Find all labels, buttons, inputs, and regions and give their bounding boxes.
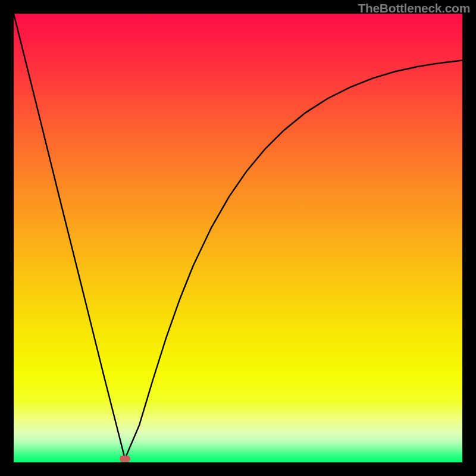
bottleneck-curve — [14, 14, 462, 462]
plot-area — [14, 14, 462, 462]
attribution-label: TheBottleneck.com — [358, 1, 470, 15]
chart-frame: TheBottleneck.com — [0, 0, 476, 476]
minimum-marker — [120, 455, 130, 462]
